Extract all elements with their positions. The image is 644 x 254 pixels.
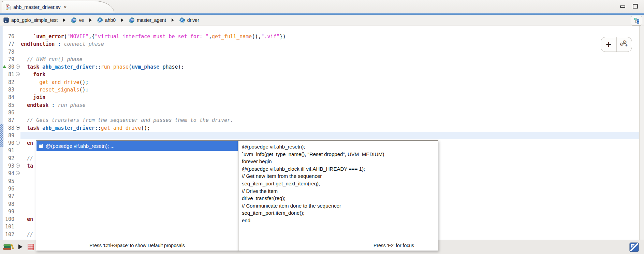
line-number[interactable]: 97 (3, 193, 15, 200)
line-number[interactable]: 90 (3, 139, 15, 147)
line-number[interactable]: 78 (3, 48, 15, 56)
folding-column[interactable] (15, 170, 20, 177)
token-pln: (); (141, 125, 150, 131)
code-line-80[interactable]: 80 task ahb_master_driver::run_phase(uvm… (0, 63, 639, 71)
line-number[interactable]: 98 (3, 200, 15, 208)
folding-column (15, 208, 20, 215)
code-text[interactable]: `uvm_error("NOVIF",{"virtual interface m… (20, 33, 639, 40)
minimize-icon[interactable] (620, 5, 625, 8)
line-number[interactable]: 101 (3, 223, 15, 230)
breadcrumb-item-apb_gpio_simple_test[interactable]: apb_gpio_simple_test (3, 17, 58, 23)
line-number[interactable]: 102 (3, 231, 15, 238)
folding-column[interactable] (15, 162, 20, 170)
tab-ahb-master-driver[interactable]: ahb_master_driver.sv × (2, 1, 114, 13)
line-number[interactable]: 79 (3, 56, 15, 63)
folding-column (15, 48, 20, 56)
breadcrumb-item-ve[interactable]: Cve (71, 17, 84, 23)
line-number[interactable]: 82 (3, 79, 15, 86)
line-number[interactable]: 85 (3, 101, 15, 109)
code-line-88[interactable]: 88 task ahb_master_driver::get_and_drive… (0, 124, 639, 132)
hierarchy-toggle-button[interactable] (631, 16, 642, 26)
red-grid-icon[interactable] (27, 243, 34, 251)
code-line-84[interactable]: 84 join (0, 94, 639, 101)
token-pln: : (55, 41, 64, 47)
line-number[interactable]: 93 (3, 162, 15, 170)
code-line-82[interactable]: 82 get_and_drive(); (0, 79, 639, 86)
folding-column[interactable] (15, 63, 20, 71)
code-text[interactable]: endtask : run_phase (20, 101, 639, 109)
folding-column[interactable] (15, 124, 20, 132)
collapse-icon[interactable] (16, 141, 20, 145)
code-line-78[interactable]: 78 (0, 48, 639, 56)
class-icon: C (129, 17, 134, 23)
code-line-85[interactable]: 85 endtask : run_phase (0, 101, 639, 109)
breadcrumb-item-driver[interactable]: Cdriver (179, 17, 199, 23)
line-number[interactable]: 88 (3, 124, 15, 132)
add-button[interactable]: + (601, 37, 616, 52)
folding-column[interactable] (15, 71, 20, 78)
code-text[interactable]: fork (20, 71, 639, 78)
token-pln: ,{ (89, 33, 95, 40)
code-text[interactable] (20, 48, 639, 56)
code-line-86[interactable]: 86 (0, 109, 639, 116)
line-number[interactable]: 96 (3, 185, 15, 193)
collapse-icon[interactable] (16, 126, 20, 130)
breadcrumb-item-label: apb_gpio_simple_test (11, 17, 58, 23)
line-number[interactable]: 87 (3, 116, 15, 124)
line-number[interactable]: 76 (3, 33, 15, 40)
breadcrumb-item-ahb0[interactable]: Cahb0 (97, 17, 116, 23)
maximize-icon[interactable] (633, 4, 638, 9)
line-number[interactable]: 81 (3, 71, 15, 78)
token-pln: :: (95, 125, 101, 131)
code-text[interactable]: get_and_drive(); (20, 79, 639, 86)
code-line-79[interactable]: 79 // UVM run() phase (0, 56, 639, 63)
collapse-minus (17, 67, 19, 67)
line-number[interactable]: 84 (3, 94, 15, 101)
collapse-icon[interactable] (16, 65, 20, 69)
code-text[interactable]: join (20, 94, 639, 101)
range-indicator (0, 139, 3, 147)
play-icon[interactable] (18, 244, 23, 249)
line-number[interactable]: 92 (3, 155, 15, 162)
line-number[interactable]: 99 (3, 208, 15, 215)
code-text[interactable]: // Gets transfers from the sequencer and… (20, 116, 639, 124)
folding-column (15, 109, 20, 116)
code-line-81[interactable]: 81 fork (0, 71, 639, 78)
collapse-icon[interactable] (16, 72, 20, 76)
folding-column[interactable] (15, 139, 20, 147)
code-line-83[interactable]: 83 reset_signals(); (0, 86, 639, 94)
annotation-cell (0, 86, 3, 94)
code-line-76[interactable]: 76 `uvm_error("NOVIF",{"virtual interfac… (0, 33, 639, 40)
code-line-77[interactable]: 77endfunction : connect_phase (0, 40, 639, 48)
line-number[interactable]: 86 (3, 109, 15, 116)
code-text[interactable]: task ahb_master_driver::run_phase(uvm_ph… (20, 63, 639, 71)
proposal-item-selected[interactable]: @(posedge vif.ahb_resetn); ... (36, 141, 238, 151)
code-text[interactable]: // UVM run() phase (20, 56, 639, 63)
breadcrumb-item-master_agent[interactable]: Cmaster_agent (129, 17, 166, 23)
close-icon[interactable]: × (64, 4, 67, 10)
code-text[interactable] (20, 109, 639, 116)
annotation-cell (0, 94, 3, 101)
fullscreen-toggle-icon[interactable] (629, 242, 639, 252)
collapse-icon[interactable] (16, 164, 20, 168)
line-number[interactable]: 95 (3, 178, 15, 185)
code-text[interactable]: reset_signals(); (20, 86, 639, 94)
line-number[interactable]: 77 (3, 40, 15, 48)
line-number[interactable]: 91 (3, 147, 15, 154)
line-number[interactable]: 94 (3, 170, 15, 177)
code-text[interactable]: endfunction : connect_phase (20, 40, 639, 48)
annotation-cell (0, 200, 3, 208)
editor-scrollbar[interactable] (639, 26, 644, 240)
folding-column (15, 155, 20, 162)
collapse-icon[interactable] (16, 171, 20, 175)
line-number[interactable]: 100 (3, 215, 15, 223)
code-text[interactable]: task ahb_master_driver::get_and_drive(); (20, 124, 639, 132)
code-line-87[interactable]: 87 // Gets transfers from the sequencer … (0, 116, 639, 124)
line-number[interactable]: 83 (3, 86, 15, 94)
token-str: "virtual interface must be set for: " (95, 33, 209, 40)
line-number[interactable]: 89 (3, 132, 15, 139)
code-line-89[interactable]: 89 (0, 132, 639, 139)
code-text[interactable] (20, 132, 639, 139)
build-config-button[interactable]: ⚙⚙+ (616, 37, 632, 52)
library-books-icon[interactable] (3, 243, 14, 251)
